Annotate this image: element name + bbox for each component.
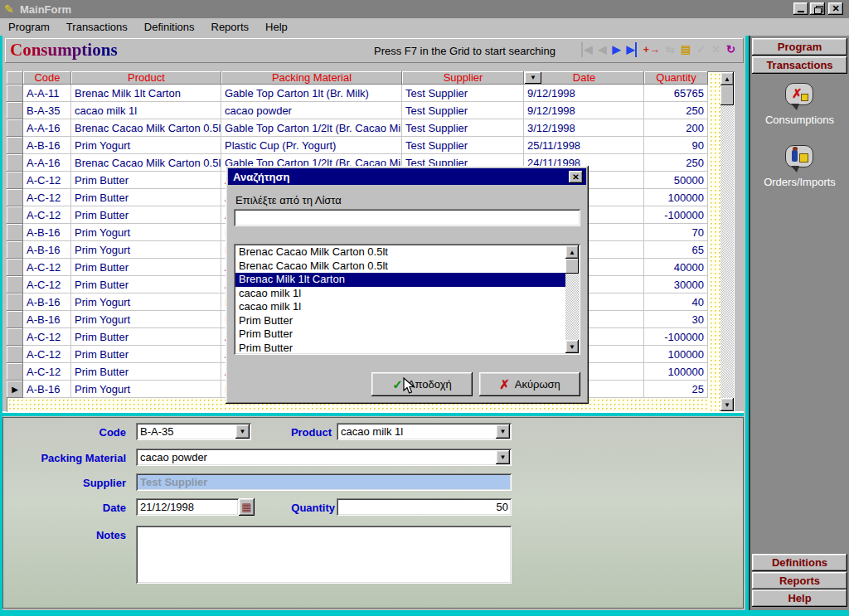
table-row[interactable]: B-A-35cacao milk 1lcacao powderTest Supp… (7, 102, 735, 119)
cell-packing[interactable]: Plastic Cup (Pr. Yogurt) (221, 137, 402, 154)
insert-record-icon[interactable]: +→ (643, 42, 660, 57)
refresh-icon[interactable]: ↻ (726, 42, 735, 57)
packing-dropdown-icon[interactable]: ▼ (496, 450, 510, 464)
sidebar-item-orders-imports[interactable]: Orders/Imports (750, 176, 849, 188)
row-selector[interactable] (7, 85, 23, 102)
cell-qty[interactable]: 90 (644, 137, 708, 154)
list-item[interactable]: Prim Butter (235, 327, 565, 342)
menu-item-program[interactable]: Program (0, 19, 58, 35)
cell-packing[interactable]: Gable Top Carton 1lt (Br. Milk) (221, 85, 402, 102)
date-filter-button[interactable]: ▼ (525, 72, 541, 84)
cell-qty[interactable]: 250 (644, 154, 708, 172)
column-header-quantity[interactable]: Quantity (644, 71, 708, 85)
cell-product[interactable]: Brenac Cacao Milk Carton 0.5lt (71, 154, 221, 172)
cell-supplier[interactable]: Test Supplier (402, 137, 524, 154)
sidebar-button-transactions[interactable]: Transactions (752, 56, 847, 74)
cell-product[interactable]: Prim Butter (71, 172, 221, 189)
column-header-date[interactable]: Date▼ (524, 71, 644, 85)
cell-product[interactable]: Prim Butter (71, 206, 221, 224)
row-selector[interactable] (7, 154, 23, 172)
row-selector[interactable] (7, 311, 23, 328)
column-header-packing-material[interactable]: Packing Material (221, 71, 402, 85)
menu-item-definitions[interactable]: Definitions (136, 19, 203, 35)
cell-date[interactable]: 9/12/1998 (524, 85, 644, 102)
list-item[interactable]: Prim Butter (235, 342, 565, 356)
table-row[interactable]: A-A-11Brenac Milk 1lt CartonGable Top Ca… (7, 85, 735, 102)
cell-product[interactable]: Prim Butter (71, 259, 221, 276)
cell-qty[interactable]: 65765 (644, 85, 708, 102)
cell-product[interactable]: Prim Yogurt (71, 293, 221, 311)
cancel-button[interactable]: ✗ Ακύρωση (479, 372, 580, 396)
cell-qty[interactable]: 70 (644, 224, 708, 241)
notes-textarea[interactable] (136, 526, 512, 584)
cell-qty[interactable]: 40 (644, 293, 708, 311)
cell-qty[interactable]: 30 (644, 311, 708, 328)
cell-supplier[interactable]: Test Supplier (402, 102, 524, 119)
cell-code[interactable]: A-B-16 (23, 381, 71, 398)
row-selector[interactable] (7, 137, 23, 154)
row-selector[interactable] (7, 293, 23, 311)
cell-date[interactable]: 25/11/1998 (524, 137, 644, 154)
row-selector[interactable] (7, 328, 23, 346)
cell-qty[interactable]: 250 (644, 102, 708, 119)
cell-product[interactable]: Prim Butter (71, 328, 221, 346)
sidebar-item-consumptions[interactable]: Consumptions (750, 114, 849, 126)
column-header-code[interactable]: Code (23, 71, 71, 85)
row-selector[interactable] (7, 206, 23, 224)
sidebar-button-help[interactable]: Help (752, 589, 847, 607)
cell-qty[interactable]: 50000 (644, 172, 708, 189)
menu-item-reports[interactable]: Reports (203, 19, 258, 35)
cell-date[interactable]: 3/12/1998 (524, 119, 644, 137)
cell-qty[interactable]: -100000 (644, 328, 708, 346)
accept-button[interactable]: ✓ Αποδοχή (371, 372, 473, 396)
cell-code[interactable]: B-A-35 (23, 102, 71, 119)
cell-qty[interactable]: 100000 (644, 189, 708, 206)
sidebar-button-reports[interactable]: Reports (752, 572, 847, 589)
row-selector[interactable] (7, 224, 23, 241)
close-button[interactable]: ✕ (828, 2, 843, 15)
row-selector[interactable] (7, 189, 23, 206)
cell-code[interactable]: A-C-12 (23, 206, 71, 224)
scroll-thumb[interactable] (720, 85, 734, 105)
row-selector[interactable] (7, 102, 23, 119)
menu-item-transactions[interactable]: Transactions (58, 19, 136, 35)
cell-product[interactable]: Prim Yogurt (71, 224, 221, 241)
cell-product[interactable]: Brenac Cacao Milk Carton 0.5lt (71, 119, 221, 137)
grid-vscrollbar[interactable]: ▲ ▼ (720, 72, 734, 411)
restore-button[interactable] (810, 2, 825, 15)
cell-product[interactable]: Prim Butter (71, 276, 221, 293)
row-selector[interactable] (7, 276, 23, 293)
delete-record-icon[interactable]: ⇆ (666, 42, 675, 57)
cell-supplier[interactable]: Test Supplier (402, 85, 524, 102)
cell-qty[interactable]: 40000 (644, 259, 708, 276)
dialog-scroll-thumb[interactable] (565, 259, 579, 274)
cell-code[interactable]: A-B-16 (23, 311, 71, 328)
cell-code[interactable]: A-C-12 (23, 172, 71, 189)
cell-code[interactable]: A-A-11 (23, 85, 71, 102)
sidebar-button-definitions[interactable]: Definitions (752, 554, 847, 571)
cell-code[interactable]: A-A-16 (23, 154, 71, 172)
list-item[interactable]: cacao milk 1l (235, 287, 565, 301)
packing-material-combobox[interactable]: cacao powder ▼ (136, 449, 512, 466)
cell-date[interactable]: 9/12/1998 (524, 102, 644, 119)
list-item[interactable]: cacao milk 1l (235, 300, 565, 314)
dialog-title-bar[interactable]: Αναζήτηση (228, 168, 586, 185)
cell-code[interactable]: A-C-12 (23, 259, 71, 276)
cell-code[interactable]: A-C-12 (23, 276, 71, 293)
cell-product[interactable]: Prim Yogurt (71, 241, 221, 259)
table-row[interactable]: A-A-16Brenac Cacao Milk Carton 0.5ltGabl… (7, 119, 735, 137)
edit-record-icon[interactable]: ▤ (681, 42, 691, 57)
first-record-icon[interactable]: ◀ (581, 42, 592, 57)
cell-code[interactable]: A-C-12 (23, 328, 71, 346)
scroll-down-button[interactable]: ▼ (720, 398, 734, 411)
cell-qty[interactable]: 30000 (644, 276, 708, 293)
cell-code[interactable]: A-B-16 (23, 224, 71, 241)
row-selector[interactable] (7, 259, 23, 276)
next-record-icon[interactable]: ▶ (612, 42, 620, 57)
cell-code[interactable]: A-C-12 (23, 346, 71, 363)
scroll-up-button[interactable]: ▲ (720, 72, 734, 85)
cell-code[interactable]: A-B-16 (23, 137, 71, 154)
product-dropdown-icon[interactable]: ▼ (496, 424, 510, 439)
cell-qty[interactable]: 200 (644, 119, 708, 137)
cell-product[interactable]: Brenac Milk 1lt Carton (71, 85, 221, 102)
